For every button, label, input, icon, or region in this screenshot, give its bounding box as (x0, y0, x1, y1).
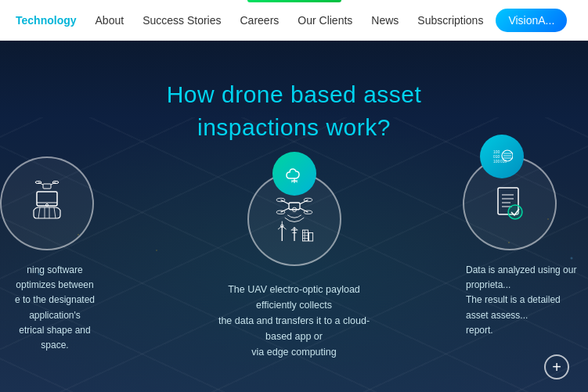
hero-section: Technology About Success Stories Careers… (0, 0, 588, 392)
cards-row: The UAV electro-optic payload efficientl… (0, 172, 588, 360)
hero-title-line2: inspactions work? (197, 114, 391, 140)
nav-item-success-stories[interactable]: Success Stories (142, 13, 221, 27)
nav-link-careers[interactable]: Careers (240, 14, 280, 27)
nav-item-subscriptions[interactable]: Subscriptions (417, 13, 483, 27)
nav-item-about[interactable]: About (96, 13, 124, 27)
card-uav: The UAV electro-optic payload efficientl… (208, 172, 381, 360)
cloud-bubble (272, 152, 316, 196)
cloud-icon (283, 163, 305, 185)
nav-item-technology[interactable]: Technology (16, 13, 77, 27)
nav-links: Technology About Success Stories Careers… (16, 13, 483, 27)
hero-title: How drone based asset inspactions work? (167, 78, 422, 144)
nav-link-about[interactable]: About (96, 14, 124, 27)
nav-link-success-stories[interactable]: Success Stories (142, 14, 221, 27)
svg-rect-25 (308, 233, 312, 242)
svg-rect-4 (289, 203, 300, 210)
nav-link-technology[interactable]: Technology (16, 14, 77, 27)
cta-button[interactable]: VisionA... (496, 9, 567, 32)
top-accent (247, 0, 341, 2)
svg-line-18 (282, 226, 286, 229)
navbar: Technology About Success Stories Careers… (0, 0, 588, 41)
hero-title-line1: How drone based asset (167, 81, 422, 107)
nav-item-news[interactable]: News (371, 13, 399, 27)
card-uav-text: The UAV electro-optic payload efficientl… (218, 282, 371, 360)
nav-link-news[interactable]: News (371, 14, 399, 27)
drone-infrastructure-icon (267, 192, 322, 246)
nav-link-subscriptions[interactable]: Subscriptions (417, 14, 483, 27)
hero-content: How drone based asset inspactions work? (0, 0, 588, 360)
nav-item-careers[interactable]: Careers (240, 13, 280, 27)
svg-line-17 (278, 226, 282, 229)
plus-button[interactable]: + (544, 354, 569, 379)
nav-item-our-clients[interactable]: Our Clients (298, 13, 352, 27)
nav-link-our-clients[interactable]: Our Clients (298, 14, 352, 27)
card-uav-icon-circle (247, 172, 341, 266)
